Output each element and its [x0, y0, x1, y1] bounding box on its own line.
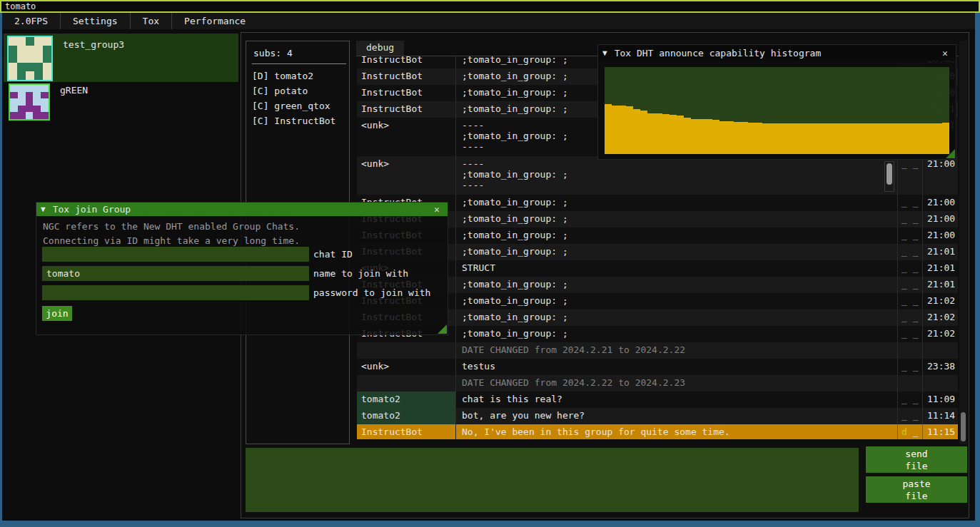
message-row[interactable]: <unk>testus_ _23:38	[357, 359, 958, 375]
message-time: 21:01	[922, 244, 958, 260]
histogram-plot	[605, 67, 949, 154]
histogram-bar	[792, 123, 799, 154]
message-text: ;tomato_in_group: ;	[455, 244, 897, 260]
histogram-bar	[870, 123, 877, 154]
chat-scrollbar-thumb[interactable]	[961, 412, 966, 441]
histogram-bar	[677, 116, 684, 154]
join-group-titlebar[interactable]: ▼ Tox join Group ✕	[36, 203, 448, 216]
message-time: 23:38	[922, 359, 958, 375]
group-avatar	[7, 36, 53, 81]
close-icon[interactable]: ✕	[939, 48, 951, 58]
menu-tox[interactable]: Tox	[131, 13, 171, 29]
close-icon[interactable]: ✕	[430, 204, 443, 215]
message-sender: InstructBot	[357, 68, 455, 85]
message-row[interactable]: tomato2bot, are you new here?_ _11:14	[357, 408, 958, 424]
histogram-bar	[734, 122, 741, 154]
message-text: DATE CHANGED from 2024.2.22 to 2024.2.23	[455, 375, 897, 392]
histogram-bar	[935, 123, 942, 154]
message-status: d _	[897, 424, 922, 439]
message-text: ;tomato_in_group: ;	[455, 309, 897, 326]
histogram-bar	[691, 119, 698, 154]
histogram-bar	[612, 106, 619, 154]
chat-id-input[interactable]	[42, 247, 309, 262]
window-title: tomato	[5, 1, 36, 11]
sidebar-item-test_group3[interactable]: test_group3	[4, 34, 238, 82]
resize-grip-icon[interactable]	[946, 149, 955, 158]
message-time: 21:01	[922, 277, 958, 293]
collapse-icon[interactable]: ▼	[41, 205, 46, 214]
message-row[interactable]: tomato2chat is this real?_ _11:09	[357, 392, 958, 408]
menu-performance[interactable]: Performance	[172, 13, 258, 29]
member-item[interactable]: [C] InstructBot	[246, 113, 349, 128]
histogram-bar	[698, 119, 705, 154]
message-status: _ _	[897, 260, 922, 277]
message-status: _ _	[897, 244, 922, 260]
message-text: No, I've been in this group for quite so…	[455, 424, 897, 439]
message-text: ;tomato_in_group: ;	[455, 277, 897, 293]
menu-settings[interactable]: Settings	[61, 13, 130, 29]
sidebar-item-gREEN[interactable]: gREEN	[4, 82, 238, 123]
join-password-label: password to join with	[313, 287, 430, 298]
message-status: _ _	[897, 195, 922, 211]
tab-debug[interactable]: debug	[356, 41, 404, 56]
message-row[interactable]: <unk>---- ;tomato_in_group: ; ----_ _21:…	[357, 156, 958, 195]
histogram-bar	[670, 115, 677, 154]
message-scrollbar-thumb[interactable]	[886, 163, 892, 185]
fps-indicator: 2.0FPS	[2, 13, 60, 29]
histogram-bar	[748, 123, 755, 154]
join-name-label: name to join with	[313, 268, 408, 279]
join-name-input[interactable]	[42, 266, 309, 281]
histogram-bar	[856, 123, 863, 154]
histogram-bar	[842, 123, 849, 154]
histogram-bar	[921, 123, 928, 154]
message-status: _ _	[897, 309, 922, 326]
member-list: [D] tomato2[C] potato[C] green_qtox[C] I…	[246, 68, 349, 128]
message-time	[922, 342, 958, 359]
histogram-bar	[806, 123, 813, 154]
group-name: test_group3	[53, 34, 124, 82]
message-status: _ _	[897, 392, 922, 408]
histogram-bar	[820, 123, 827, 154]
join-group-title: Tox join Group	[53, 204, 131, 215]
member-item[interactable]: [C] potato	[246, 83, 349, 98]
histogram-bar	[769, 123, 777, 154]
message-time: 21:02	[922, 309, 958, 326]
message-status	[897, 342, 922, 359]
member-item[interactable]: [C] green_qtox	[246, 98, 349, 113]
histogram-bar	[799, 123, 806, 154]
histogram-bar	[626, 106, 633, 154]
message-text: chat is this real?	[455, 392, 897, 408]
window-statusbar	[0, 521, 980, 527]
histogram-bar	[863, 123, 870, 154]
histogram-bar	[619, 106, 626, 154]
member-item[interactable]: [D] tomato2	[246, 68, 349, 83]
histogram-bar	[762, 123, 769, 154]
message-text: ---- ;tomato_in_group: ; ----	[455, 156, 897, 195]
window-titlebar[interactable]: tomato	[0, 0, 980, 13]
paste-file-button[interactable]: paste file	[866, 476, 967, 503]
message-time: 11:14	[922, 408, 958, 424]
message-scrollbar[interactable]	[884, 161, 894, 192]
send-file-button[interactable]: send file	[866, 446, 967, 473]
collapse-icon[interactable]: ▼	[602, 48, 607, 58]
date-row[interactable]: DATE CHANGED from 2024.2.22 to 2024.2.23	[357, 375, 958, 392]
message-text: ;tomato_in_group: ;	[455, 211, 897, 227]
message-time	[922, 375, 958, 392]
date-row[interactable]: DATE CHANGED from 2024.2.21 to 2024.2.22	[357, 342, 958, 359]
join-password-input[interactable]	[42, 285, 309, 300]
join-button[interactable]: join	[42, 306, 72, 321]
help-text: NGC refers to the New DHT enabled Group …	[43, 221, 300, 232]
message-sender: tomato2	[357, 408, 455, 424]
window-border-left	[0, 13, 2, 521]
message-input[interactable]	[246, 448, 859, 512]
dht-histogram-title: Tox DHT announce capability histogram	[615, 48, 822, 58]
message-time: 21:00	[922, 195, 958, 211]
message-sender	[357, 375, 455, 392]
message-sender: InstructBot	[357, 101, 455, 118]
message-time: 11:15	[922, 424, 958, 439]
resize-grip-icon[interactable]	[438, 324, 447, 334]
histogram-bar	[640, 111, 647, 154]
dht-histogram-titlebar[interactable]: ▼ Tox DHT announce capability histogram …	[598, 45, 956, 61]
chat-scrollbar[interactable]	[959, 41, 967, 444]
message-row[interactable]: InstructBotNo, I've been in this group f…	[357, 424, 958, 439]
